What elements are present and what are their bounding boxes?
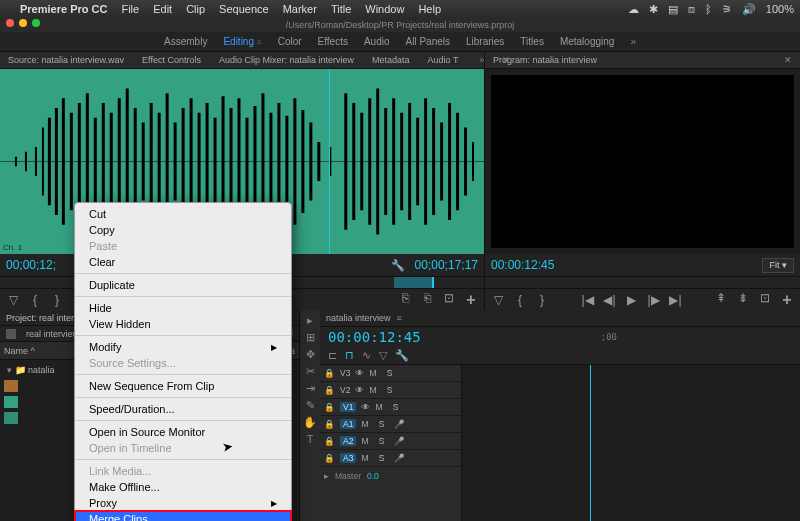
type-tool-icon[interactable]: T (307, 433, 314, 445)
mic-icon[interactable]: 🎤 (394, 419, 405, 429)
track-select-tool-icon[interactable]: ⊞ (306, 331, 315, 344)
program-ruler[interactable] (485, 276, 800, 288)
source-playhead[interactable] (329, 69, 330, 254)
ctx-hide[interactable]: Hide (75, 300, 291, 316)
evernote-icon[interactable]: ✱ (649, 3, 658, 16)
program-monitor[interactable] (491, 75, 794, 248)
menu-sequence[interactable]: Sequence (219, 3, 269, 15)
minimize-window-icon[interactable] (19, 19, 27, 27)
ws-titles[interactable]: Titles (520, 36, 544, 47)
app-name[interactable]: Premiere Pro CC (20, 3, 107, 15)
mark-in-icon[interactable]: { (28, 293, 42, 307)
lock-icon[interactable]: 🔒 (324, 385, 335, 395)
panel-overflow-icon[interactable]: » (479, 55, 484, 65)
close-window-icon[interactable] (6, 19, 14, 27)
prg-extract-icon[interactable]: ⇟ (736, 291, 750, 309)
ws-color[interactable]: Color (278, 36, 302, 47)
tab-source[interactable]: Source: natalia interview.wav (8, 55, 124, 65)
ws-overflow-icon[interactable]: » (630, 36, 636, 47)
settings-icon[interactable]: 🔧 (395, 349, 409, 362)
ctx-cut[interactable]: Cut (75, 206, 291, 222)
menu-file[interactable]: File (121, 3, 139, 15)
ctx-proxy[interactable]: Proxy (75, 495, 291, 511)
lock-icon[interactable]: 🔒 (324, 419, 335, 429)
tab-effect-controls[interactable]: Effect Controls (142, 55, 201, 65)
ctx-speed-duration[interactable]: Speed/Duration... (75, 401, 291, 417)
zoom-dropdown[interactable]: Fit ▾ (762, 258, 794, 273)
markers-icon[interactable]: ▽ (379, 349, 387, 362)
seq-panel-menu-icon[interactable]: ≡ (397, 313, 402, 323)
prg-step-forward-icon[interactable]: |▶ (647, 293, 661, 307)
menu-clip[interactable]: Clip (186, 3, 205, 15)
program-timecode[interactable]: 00:00:12:45 (491, 258, 554, 272)
master-track[interactable]: ▸Master0.0 (320, 467, 461, 484)
mic-icon[interactable]: 🎤 (394, 436, 405, 446)
linked-selection-icon[interactable]: ∿ (362, 349, 371, 362)
timeline-playhead[interactable] (590, 365, 591, 521)
nest-icon[interactable]: ⊏ (328, 349, 337, 362)
track-header-a1[interactable]: 🔒A1M S🎤 (320, 416, 461, 433)
menu-marker[interactable]: Marker (283, 3, 317, 15)
battery-pct[interactable]: 100% (766, 3, 794, 16)
sequence-tab[interactable]: natalia interview (326, 313, 391, 323)
add-marker-icon[interactable]: ▽ (6, 293, 20, 307)
notes-icon[interactable]: ▤ (668, 3, 678, 16)
button-editor-icon[interactable]: + (464, 291, 478, 309)
ctx-make-offline[interactable]: Make Offline... (75, 479, 291, 495)
timeline-timecode[interactable]: 00:00:12:45 (328, 329, 421, 345)
ripple-tool-icon[interactable]: ✥ (306, 348, 315, 361)
prg-step-back-icon[interactable]: ◀| (603, 293, 617, 307)
selection-tool-icon[interactable]: ▸ (307, 314, 313, 327)
source-in-timecode[interactable]: 00;00;12; (6, 258, 56, 272)
ws-editing[interactable]: Editing (223, 36, 261, 47)
tab-audio-track[interactable]: Audio T (428, 55, 459, 65)
dropbox-icon[interactable]: ⧈ (688, 3, 695, 16)
mark-out-icon[interactable]: } (50, 293, 64, 307)
ws-all-panels[interactable]: All Panels (406, 36, 450, 47)
prg-go-to-out-icon[interactable]: ▶| (669, 293, 683, 307)
lock-icon[interactable]: 🔒 (324, 402, 335, 412)
source-duration-timecode[interactable]: 00;00;17;17 (415, 258, 478, 272)
lock-icon[interactable]: 🔒 (324, 436, 335, 446)
menu-help[interactable]: Help (418, 3, 441, 15)
menu-title[interactable]: Title (331, 3, 351, 15)
slip-tool-icon[interactable]: ⇥ (306, 382, 315, 395)
prg-mark-out-icon[interactable]: } (535, 293, 549, 307)
chevron-down-icon[interactable]: ▾ (7, 365, 12, 375)
prg-export-frame-icon[interactable]: ⊡ (758, 291, 772, 309)
tab-audio-mixer[interactable]: Audio Clip Mixer: natalia interview (219, 55, 354, 65)
export-frame-icon[interactable]: ⊡ (442, 291, 456, 309)
track-header-v3[interactable]: 🔒V3👁M S (320, 365, 461, 382)
menu-edit[interactable]: Edit (153, 3, 172, 15)
prg-button-editor-icon[interactable]: + (780, 291, 794, 309)
program-panel-menu-icon[interactable]: ✕ (784, 55, 792, 65)
track-header-a3[interactable]: 🔒A3M S🎤 (320, 450, 461, 467)
volume-icon[interactable]: 🔊 (742, 3, 756, 16)
ctx-clear[interactable]: Clear (75, 254, 291, 270)
mic-icon[interactable]: 🎤 (394, 453, 405, 463)
ctx-duplicate[interactable]: Duplicate (75, 277, 291, 293)
razor-tool-icon[interactable]: ✂ (306, 365, 315, 378)
expand-icon[interactable]: ▸ (324, 471, 329, 481)
ctx-copy[interactable]: Copy (75, 222, 291, 238)
overwrite-icon[interactable]: ⎗ (420, 291, 434, 309)
wrench-icon[interactable]: 🔧 (391, 259, 405, 272)
tab-metadata[interactable]: Metadata (372, 55, 410, 65)
prg-play-icon[interactable]: ▶ (625, 293, 639, 307)
prg-add-marker-icon[interactable]: ▽ (491, 293, 505, 307)
prg-mark-in-icon[interactable]: { (513, 293, 527, 307)
out-point-marker[interactable] (394, 277, 434, 288)
ws-audio[interactable]: Audio (364, 36, 390, 47)
lock-icon[interactable]: 🔒 (324, 368, 335, 378)
ws-libraries[interactable]: Libraries (466, 36, 504, 47)
cloud-icon[interactable]: ☁ (628, 3, 639, 16)
lock-icon[interactable]: 🔒 (324, 453, 335, 463)
timeline-tracks[interactable] (462, 365, 800, 521)
prg-lift-icon[interactable]: ⇞ (714, 291, 728, 309)
insert-icon[interactable]: ⎘ (398, 291, 412, 309)
panel-menu-icon[interactable]: ✕ (502, 55, 510, 65)
menu-window[interactable]: Window (365, 3, 404, 15)
prg-go-to-in-icon[interactable]: |◀ (581, 293, 595, 307)
ws-effects[interactable]: Effects (318, 36, 348, 47)
hand-tool-icon[interactable]: ✋ (303, 416, 317, 429)
